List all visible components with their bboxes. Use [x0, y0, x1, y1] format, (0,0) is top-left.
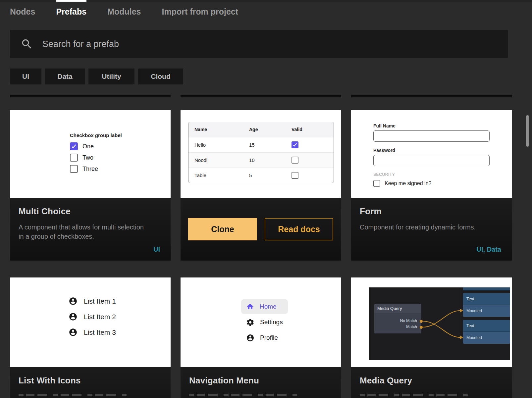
- multi-choice-preview: Checkbox group label One Two Three: [10, 110, 171, 198]
- nav-item-label: Home: [260, 303, 277, 310]
- list-with-icons-preview: List Item 1 List Item 2 List Item 3: [10, 277, 171, 367]
- tab-import-from-project[interactable]: Import from project: [162, 0, 239, 23]
- checkbox-unchecked-icon: [373, 180, 380, 187]
- node-graph-screenshot: Media Query No Match Match Text Mounted …: [369, 287, 510, 360]
- search-input[interactable]: [42, 39, 374, 49]
- settings-icon: [246, 318, 254, 326]
- nav-item-home: Home: [241, 299, 288, 314]
- prefab-card-media-query[interactable]: Media Query No Match Match Text Mounted …: [351, 277, 512, 398]
- cell-age: 15: [249, 142, 292, 148]
- clipped-description: [189, 394, 297, 396]
- scrolled-card-remnant: [10, 95, 171, 97]
- search-icon: [21, 38, 33, 50]
- list-item: List Item 1: [69, 297, 116, 306]
- field-label: Password: [373, 148, 490, 153]
- clipped-description: [19, 394, 127, 396]
- list-item: List Item 2: [69, 312, 116, 321]
- card-info: Form Component for creating dynamic form…: [351, 198, 512, 261]
- prefab-search-bar: [10, 30, 508, 58]
- full-name-input: [373, 130, 490, 142]
- cell-name: Noodl: [194, 157, 249, 163]
- card-description: A component that allows for multi select…: [19, 223, 150, 241]
- library-tabbar: Nodes Prefabs Modules Import from projec…: [0, 0, 532, 23]
- home-icon: [246, 303, 254, 311]
- list-item-label: List Item 2: [84, 313, 116, 321]
- clone-button[interactable]: Clone: [188, 218, 257, 240]
- person-circle-icon: [69, 328, 78, 337]
- card-title: Navigation Menu: [189, 375, 331, 386]
- filter-chip-cloud[interactable]: Cloud: [138, 69, 183, 84]
- scrolled-card-remnant: [181, 95, 341, 97]
- list-item-label: List Item 1: [84, 297, 116, 305]
- column-header: Valid: [292, 127, 334, 132]
- field-label: Full Name: [373, 123, 490, 128]
- clipped-description: [360, 394, 468, 396]
- tab-nodes[interactable]: Nodes: [10, 0, 35, 23]
- card-tags: UI: [153, 246, 160, 253]
- checkbox-unchecked-icon: [70, 154, 78, 162]
- column-header: Name: [194, 127, 249, 132]
- checkbox-unchecked-icon: [292, 157, 298, 164]
- filter-chip-utility[interactable]: Utility: [88, 69, 134, 84]
- list-item-label: List Item 3: [84, 328, 116, 336]
- card-info: Media Query: [351, 367, 512, 398]
- checkbox-option-label: Three: [82, 166, 98, 173]
- table-preview: Name Age Valid Hello 15 Noodl 10: [181, 110, 341, 198]
- card-info: Navigation Menu: [181, 367, 341, 398]
- read-docs-button[interactable]: Read docs: [265, 218, 333, 240]
- prefab-card-navigation-menu[interactable]: Home Settings Profile Navigation Menu: [181, 277, 341, 398]
- list-item: List Item 3: [69, 328, 116, 337]
- checkbox-unchecked-icon: [292, 172, 298, 179]
- filter-chip-ui[interactable]: UI: [10, 69, 41, 84]
- card-info: List With Icons: [10, 367, 171, 398]
- tab-modules[interactable]: Modules: [107, 0, 141, 23]
- card-title: Form: [360, 206, 502, 217]
- checkbox-row: Two: [70, 154, 122, 162]
- cell-name: Table: [194, 173, 249, 178]
- checkbox-group-preview: Checkbox group label One Two Three: [70, 132, 122, 176]
- card-tags: UI, Data: [477, 246, 501, 253]
- grid-column-2: Name Age Valid Hello 15 Noodl 10: [181, 95, 341, 398]
- nav-item-profile: Profile: [241, 330, 288, 345]
- checkbox-option-label: One: [82, 143, 94, 150]
- tab-prefabs[interactable]: Prefabs: [56, 0, 86, 23]
- prefab-grid: Checkbox group label One Two Three: [10, 95, 522, 398]
- filter-chips: UI Data Utility Cloud: [10, 69, 532, 84]
- card-info: Multi Choice A component that allows for…: [10, 198, 171, 261]
- form-section-label: SECURITY: [373, 172, 490, 177]
- nav-menu: Home Settings Profile: [241, 299, 288, 346]
- table-row: Hello 15: [188, 137, 334, 152]
- form-fields: Full Name Password SECURITY Keep me sign…: [373, 123, 490, 187]
- navigation-menu-preview: Home Settings Profile: [181, 277, 341, 367]
- connection-wires: [369, 287, 510, 360]
- person-circle-icon: [69, 297, 78, 306]
- checkbox-option-label: Two: [82, 154, 93, 161]
- profile-icon: [246, 334, 254, 342]
- icon-list: List Item 1 List Item 2 List Item 3: [69, 297, 116, 343]
- column-header: Age: [249, 127, 292, 132]
- password-input: [373, 155, 490, 166]
- scrolled-card-remnant: [351, 95, 512, 97]
- checkbox-checked-icon: [70, 142, 78, 150]
- person-circle-icon: [69, 312, 78, 321]
- prefab-card-list-with-icons[interactable]: List Item 1 List Item 2 List Item 3 List…: [10, 277, 171, 398]
- checkbox-group-label: Checkbox group label: [70, 132, 122, 138]
- grid-column-1: Checkbox group label One Two Three: [10, 95, 171, 398]
- prefab-card-multi-choice[interactable]: Checkbox group label One Two Three: [10, 110, 171, 261]
- media-query-preview: Media Query No Match Match Text Mounted …: [351, 277, 512, 367]
- table-row: Noodl 10: [188, 152, 334, 168]
- nav-item-settings: Settings: [241, 315, 288, 329]
- card-title: Media Query: [360, 375, 502, 386]
- nav-item-label: Settings: [260, 319, 283, 326]
- checkbox-checked-icon: [292, 141, 298, 148]
- prefab-card-table-hovered[interactable]: Name Age Valid Hello 15 Noodl 10: [181, 110, 341, 261]
- preview-table: Name Age Valid Hello 15 Noodl 10: [188, 122, 334, 183]
- cell-age: 5: [249, 173, 292, 178]
- card-hover-actions: Clone Read docs: [181, 198, 341, 261]
- checkbox-row: Three: [70, 165, 122, 173]
- card-title: Multi Choice: [19, 206, 161, 217]
- vertical-scrollbar-thumb[interactable]: [526, 115, 529, 147]
- checkbox-unchecked-icon: [70, 165, 78, 173]
- filter-chip-data[interactable]: Data: [45, 69, 85, 84]
- prefab-card-form[interactable]: Full Name Password SECURITY Keep me sign…: [351, 110, 512, 261]
